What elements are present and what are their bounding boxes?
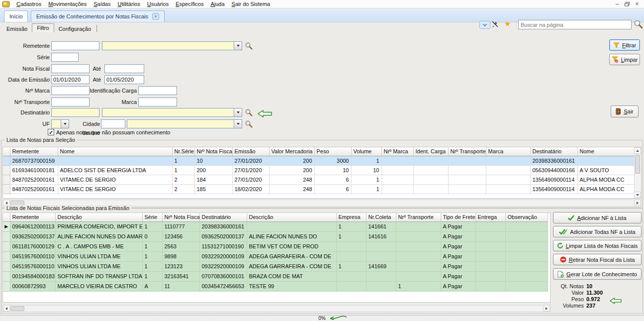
column-header[interactable] — [3, 213, 10, 221]
menu-ajuda[interactable]: Ajuda — [207, 0, 228, 7]
scrollbar-thumb[interactable] — [635, 155, 640, 174]
column-header[interactable]: Observação — [505, 213, 548, 221]
sair-button[interactable]: Sair — [611, 106, 639, 117]
table-row[interactable]: 00194584000183SOFTRAN INF DO TRANSP LTDA… — [3, 271, 548, 281]
scroll-left-icon[interactable] — [3, 305, 10, 312]
vertical-scrollbar[interactable] — [634, 147, 641, 198]
star-icon[interactable]: ★ — [504, 19, 511, 28]
destinatario-search-icon[interactable] — [245, 108, 253, 117]
chevron-down-icon[interactable] — [479, 21, 490, 29]
menu-movimentacoes[interactable]: Movimentações — [45, 0, 90, 7]
table-row[interactable]: 00060872993MARCELO VIEIRA DE CASTROA1100… — [3, 281, 548, 291]
column-header[interactable]: Marca — [486, 147, 530, 156]
table-row[interactable]: 09362502000137ALINE FACION NUNES DO AMAR… — [3, 231, 548, 241]
remetente-combo[interactable] — [102, 41, 242, 50]
column-header[interactable]: Destinatário — [530, 147, 577, 156]
nota-fiscal-de-input[interactable] — [51, 64, 90, 73]
scroll-down-icon[interactable] — [634, 192, 641, 198]
adicionar-nf-button[interactable]: Adicionar NF à Lista — [553, 212, 642, 223]
tab-emissao-conhecimentos[interactable]: Emissão de Conhecimentos por Notas Fisca… — [31, 10, 165, 22]
identificacao-carga-input[interactable] — [138, 86, 177, 95]
uf-combo[interactable] — [51, 119, 69, 128]
table-row[interactable]: 84870252000161VITAMEC DE SERGIO218518/02… — [3, 184, 635, 194]
column-header[interactable]: Descrição — [55, 213, 142, 221]
cidade-destino-search-icon[interactable] — [245, 120, 253, 129]
table-row[interactable]: 61693461000181ADELCO SIST DE ENERGIA LTD… — [3, 165, 635, 175]
table-row[interactable]: 2687073700015911027/01/20202003000120398… — [3, 156, 635, 165]
limpar-lista-button[interactable]: Limpar Lista de Notas Fiscais — [553, 240, 642, 251]
restore-icon[interactable] — [623, 1, 631, 7]
tab-close-icon[interactable]: × — [152, 13, 159, 20]
destinatario-combo[interactable] — [102, 108, 242, 117]
column-header[interactable]: Nrº Transporte — [396, 213, 441, 221]
horizontal-scrollbar[interactable] — [2, 305, 551, 312]
column-header[interactable]: Nrº Nota Fiscal — [162, 213, 199, 221]
column-header[interactable]: Nome — [58, 147, 172, 156]
scrollbar-thumb[interactable] — [10, 306, 24, 311]
data-emissao-de-input[interactable] — [51, 75, 90, 84]
destinatario-code-input[interactable] — [51, 108, 99, 117]
menu-especificos[interactable]: Específicos — [172, 0, 207, 7]
gerar-lote-button[interactable]: Gerar Lote de Conhecimento — [553, 268, 642, 280]
menu-usuarios[interactable]: Usuários — [144, 0, 172, 7]
dropdown-arrow-icon[interactable] — [234, 42, 242, 50]
menu-utilitarios[interactable]: Utilitários — [114, 0, 143, 7]
scroll-right-icon[interactable] — [634, 200, 641, 206]
column-header[interactable]: Volume — [351, 147, 381, 156]
column-header[interactable]: Descrição — [247, 213, 336, 221]
retirar-nota-fiscal-button[interactable]: Retirar Nota Fiscal da Lista — [553, 254, 642, 265]
close-icon[interactable]: × — [633, 1, 641, 7]
search-icon[interactable] — [634, 19, 643, 30]
column-header[interactable]: Empresa — [336, 213, 366, 221]
menu-saidas[interactable]: Saídas — [90, 0, 114, 7]
data-emissao-ate-input[interactable] — [104, 75, 144, 84]
limpar-button[interactable]: Limpar — [609, 54, 640, 65]
column-header[interactable]: Tipo de Frete — [441, 213, 475, 221]
table-row[interactable]: 04519576000110VINHOS ULIAN LTDA ME112312… — [3, 261, 548, 271]
dropdown-arrow-icon[interactable] — [234, 108, 242, 116]
column-header[interactable]: Ident. Carga — [413, 147, 448, 156]
column-header[interactable]: Peso — [314, 147, 351, 156]
column-header[interactable]: Remetente — [10, 147, 58, 156]
apenas-notas-checkbox[interactable]: ✓ Apenas notas que não possuam conhecime… — [48, 129, 170, 135]
checkbox-icon[interactable]: ✓ — [48, 129, 54, 135]
column-header[interactable]: Nrº Marca — [381, 147, 413, 156]
tab-filtro[interactable]: Filtro — [32, 23, 54, 32]
column-header[interactable]: Nrº Transporte — [448, 147, 486, 156]
menu-sair-do-sistema[interactable]: Sair do Sistema — [228, 0, 274, 7]
cidade-destino-combo[interactable] — [127, 119, 242, 128]
tab-inicio[interactable]: Início — [4, 10, 28, 22]
page-search-input[interactable] — [518, 20, 632, 29]
column-header[interactable]: Nr.Coleta — [366, 213, 396, 221]
minimize-icon[interactable]: – — [613, 1, 621, 7]
dropdown-arrow-icon[interactable] — [234, 120, 242, 128]
nota-fiscal-ate-input[interactable] — [104, 64, 144, 73]
menu-cadastros[interactable]: Cadastros — [13, 0, 45, 7]
table-row[interactable]: ▶09640612000113PRIMERA COMERCIO, IMPORT … — [3, 221, 548, 231]
table-row[interactable]: 06118176000129C . A . CAMPOS EMB - ME125… — [3, 241, 548, 251]
column-header[interactable]: Valor Mercadoria — [269, 147, 314, 156]
column-header[interactable]: Nr.Série — [172, 147, 194, 156]
column-header[interactable] — [3, 147, 10, 156]
adicionar-todas-nf-button[interactable]: Adicionar Todas NF a Lista — [553, 226, 642, 237]
table-row[interactable]: 04519576000110VINHOS ULIAN LTDA ME198980… — [3, 251, 548, 261]
column-header[interactable]: Destinatário — [199, 213, 247, 221]
scroll-right-icon[interactable] — [543, 305, 550, 312]
column-header[interactable]: Nome — [577, 147, 635, 156]
remetente-search-icon[interactable] — [245, 42, 253, 51]
column-header[interactable]: Série — [142, 213, 162, 221]
serie-input[interactable] — [51, 53, 79, 62]
marca-input[interactable] — [138, 98, 177, 107]
tab-emissao[interactable]: Emissão — [2, 25, 32, 32]
column-header[interactable]: Entrega — [475, 213, 505, 221]
filtrar-button[interactable]: Filtrar — [609, 39, 640, 51]
column-header[interactable]: Remetente — [10, 213, 55, 221]
pin-off-icon[interactable] — [491, 20, 499, 29]
remetente-code-input[interactable] — [51, 41, 99, 50]
column-header[interactable]: Nrº Nota Fiscal — [194, 147, 232, 156]
scroll-up-icon[interactable] — [634, 147, 641, 154]
column-header[interactable]: Emissão — [232, 147, 269, 156]
cidade-destino-code-input[interactable] — [101, 119, 125, 128]
table-row[interactable]: 84870252000161VITAMEC DE SERGIO218427/01… — [3, 175, 635, 184]
tab-configuracao[interactable]: Configuração — [54, 25, 95, 32]
